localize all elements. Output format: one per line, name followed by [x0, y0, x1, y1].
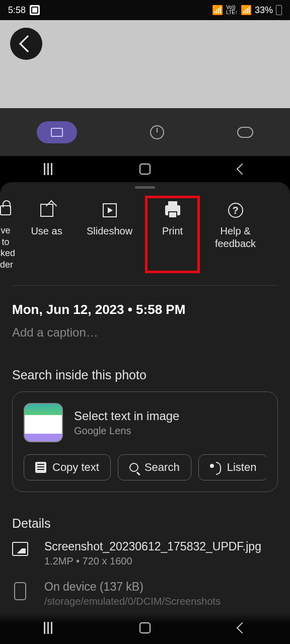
lens-chips: Copy text Search Listen ✕: [24, 454, 266, 480]
battery-text: 33%: [255, 5, 273, 16]
nav-back-icon[interactable]: [237, 164, 248, 175]
device-path: /storage/emulated/0/DCIM/Screenshots: [44, 596, 278, 607]
search-icon: [129, 463, 138, 472]
action-row: ve to cked lder Use as Slideshow Print ?…: [0, 194, 290, 285]
lens-select-text[interactable]: Select text in image Google Lens: [24, 403, 266, 442]
listen-icon: [210, 462, 221, 473]
document-icon: [35, 462, 46, 473]
nav-back-icon[interactable]: [237, 622, 248, 634]
android-nav-upper: [0, 156, 290, 182]
signal-icon: 📶: [241, 5, 252, 16]
action-label: Slideshow: [87, 225, 132, 237]
caption-input[interactable]: Add a caption…: [12, 326, 278, 340]
action-locked-folder[interactable]: ve to cked lder: [0, 203, 15, 270]
nav-home-icon[interactable]: [139, 164, 151, 175]
chip-copy-text[interactable]: Copy text: [24, 454, 111, 480]
lens-thumbnail: [24, 403, 63, 442]
arrow-left-icon: [19, 35, 36, 52]
volte-icon: Vo))LTE↑: [226, 5, 238, 15]
action-label: Use as: [31, 225, 62, 237]
tab-folder[interactable]: [37, 121, 77, 143]
photo-datetime: Mon, Jun 12, 2023 • 5:58 PM: [12, 302, 278, 317]
chip-listen[interactable]: Listen: [198, 454, 266, 480]
lock-icon: [0, 205, 11, 215]
lens-provider: Google Lens: [74, 425, 266, 437]
nav-recent-icon[interactable]: [44, 622, 52, 634]
chip-label: Search: [144, 461, 180, 474]
nav-home-icon[interactable]: [139, 622, 151, 633]
slideshow-icon: [103, 203, 117, 217]
back-button[interactable]: [10, 28, 42, 60]
file-name: Screenshot_20230612_175832_UPDF.jpg: [44, 540, 278, 553]
lens-heading: Search inside this photo: [12, 368, 278, 382]
wifi-icon: 📶: [212, 5, 223, 16]
action-label: ve to cked lder: [0, 225, 15, 270]
action-slideshow[interactable]: Slideshow: [78, 203, 141, 270]
detail-file[interactable]: Screenshot_20230612_175832_UPDF.jpg 1.2M…: [12, 540, 278, 567]
tab-recent[interactable]: [150, 125, 164, 139]
tab-cloud[interactable]: [237, 127, 253, 138]
help-icon: ?: [228, 203, 243, 218]
nav-recent-icon[interactable]: [44, 163, 52, 175]
device-title: On device (137 kB): [44, 580, 278, 594]
file-meta: 1.2MP • 720 x 1600: [44, 555, 278, 567]
details-heading: Details: [12, 516, 278, 531]
chip-search[interactable]: Search: [118, 454, 191, 480]
divider: [12, 285, 278, 286]
chip-label: Copy text: [52, 461, 99, 474]
action-use-as[interactable]: Use as: [15, 203, 78, 270]
photo-viewer-dim: [0, 20, 290, 108]
battery-icon: [276, 5, 282, 15]
phone-icon: [14, 582, 26, 600]
action-label: Help & feedback: [204, 225, 267, 250]
status-bar: 5:58 📶 Vo))LTE↑ 📶 33%: [0, 0, 290, 20]
status-time: 5:58: [8, 5, 26, 16]
action-print[interactable]: Print: [141, 203, 204, 270]
folder-icon: [51, 128, 63, 137]
info-sheet: ve to cked lder Use as Slideshow Print ?…: [0, 182, 290, 644]
viewer-tabs: [0, 108, 290, 156]
detail-device[interactable]: On device (137 kB) /storage/emulated/0/D…: [12, 580, 278, 607]
android-nav-bottom: [0, 612, 290, 644]
use-as-icon: [40, 204, 53, 217]
chip-label: Listen: [227, 461, 257, 474]
image-icon: [12, 542, 28, 556]
print-icon: [165, 205, 180, 215]
lens-card: Select text in image Google Lens Copy te…: [12, 391, 278, 492]
lens-title: Select text in image: [74, 409, 266, 423]
gallery-icon: [30, 5, 40, 15]
sheet-handle[interactable]: [135, 186, 155, 189]
action-help[interactable]: ? Help & feedback: [204, 203, 267, 270]
